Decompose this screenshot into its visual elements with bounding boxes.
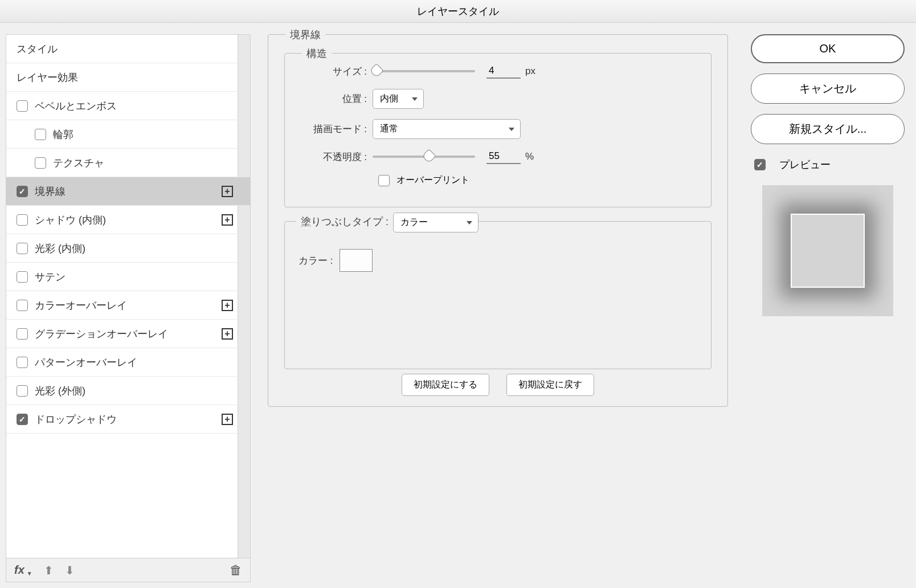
preview-thumbnail	[762, 185, 893, 316]
sidebar-item-stroke[interactable]: 境界線	[6, 177, 250, 206]
sidebar-item-label: パターンオーバーレイ	[35, 356, 137, 369]
sidebar-footer: fx ▼ ⬆ ⬇ 🗑	[6, 558, 251, 582]
new-style-button[interactable]: 新規スタイル...	[751, 114, 905, 144]
make-default-button[interactable]: 初期設定にする	[402, 374, 489, 396]
layer-style-dialog: レイヤースタイル スタイル レイヤー効果 ベベルとエンボス 輪郭 テクスチャ	[0, 0, 916, 588]
position-row: 位置 : 内側	[298, 89, 697, 109]
sidebar-item-label: 光彩 (外側)	[35, 384, 85, 398]
preview-label: プレビュー	[779, 158, 831, 172]
checkbox-icon[interactable]	[35, 129, 46, 140]
checkbox-icon[interactable]	[17, 100, 28, 112]
color-row: カラー :	[298, 249, 697, 272]
sidebar-item-label: テクスチャ	[53, 156, 104, 170]
sidebar-header-effects[interactable]: レイヤー効果	[6, 63, 250, 92]
ok-button[interactable]: OK	[751, 34, 905, 63]
size-label: サイズ :	[298, 65, 373, 78]
reset-default-button[interactable]: 初期設定に戻す	[506, 374, 594, 396]
structure-group: 構造 サイズ : px 位置 : 内側 描画モード : 通常	[284, 53, 711, 207]
add-effect-icon[interactable]	[222, 300, 233, 311]
settings-panel: 境界線 構造 サイズ : px 位置 : 内側 描画モード :	[251, 34, 745, 582]
overprint-label: オーバープリント	[396, 174, 469, 186]
opacity-label: 不透明度 :	[298, 150, 373, 164]
checkbox-icon[interactable]	[17, 385, 28, 397]
sidebar-item-outer-glow[interactable]: 光彩 (外側)	[6, 377, 250, 405]
sidebar-header-styles[interactable]: スタイル	[6, 35, 250, 63]
sidebar-item-pattern-overlay[interactable]: パターンオーバーレイ	[6, 348, 250, 377]
right-column: OK キャンセル 新規スタイル... プレビュー	[745, 34, 910, 582]
sidebar-item-label: シャドウ (内側)	[35, 213, 106, 227]
sidebar-item-gradient-overlay[interactable]: グラデーションオーバーレイ	[6, 320, 250, 348]
preview-swatch	[791, 214, 865, 288]
position-select[interactable]: 内側	[373, 89, 424, 109]
opacity-input[interactable]	[486, 149, 521, 164]
blend-mode-select[interactable]: 通常	[373, 119, 521, 139]
opacity-slider[interactable]	[373, 156, 475, 158]
fx-dropdown-icon[interactable]: ▼	[27, 570, 32, 577]
checkbox-icon[interactable]	[17, 414, 28, 425]
stroke-group-label: 境界線	[285, 28, 325, 42]
blend-label: 描画モード :	[298, 122, 373, 136]
add-effect-icon[interactable]	[222, 414, 233, 425]
sidebar-item-drop-shadow[interactable]: ドロップシャドウ	[6, 405, 250, 434]
checkbox-icon[interactable]	[17, 357, 28, 368]
sidebar-item-label: サテン	[35, 270, 66, 284]
sidebar-item-label: ドロップシャドウ	[35, 413, 117, 426]
add-effect-icon[interactable]	[222, 186, 233, 197]
checkbox-icon[interactable]	[17, 271, 28, 283]
fx-menu-icon[interactable]: fx	[14, 564, 24, 577]
color-swatch[interactable]	[340, 249, 373, 272]
effects-sidebar: スタイル レイヤー効果 ベベルとエンボス 輪郭 テクスチャ 境界線	[6, 34, 251, 558]
sidebar-item-inner-glow[interactable]: 光彩 (内側)	[6, 234, 250, 263]
sidebar-item-color-overlay[interactable]: カラーオーバーレイ	[6, 291, 250, 320]
overprint-checkbox[interactable]	[378, 175, 390, 186]
preview-checkbox[interactable]	[754, 159, 766, 170]
window-title: レイヤースタイル	[0, 0, 916, 23]
trash-icon[interactable]: 🗑	[230, 563, 242, 578]
move-down-icon[interactable]: ⬇	[65, 564, 75, 577]
sidebar-item-texture[interactable]: テクスチャ	[6, 149, 250, 177]
checkbox-icon[interactable]	[35, 157, 46, 169]
blend-row: 描画モード : 通常	[298, 119, 697, 139]
checkbox-icon[interactable]	[17, 214, 28, 226]
size-unit: px	[525, 66, 535, 77]
opacity-unit: %	[525, 151, 534, 162]
sidebar-item-label: 境界線	[35, 185, 66, 198]
sidebar-item-label: カラーオーバーレイ	[35, 299, 127, 312]
size-row: サイズ : px	[298, 64, 697, 79]
fill-type-select[interactable]: カラー	[393, 213, 479, 232]
fill-group: 塗りつぶしタイプ : カラー カラー :	[284, 221, 711, 369]
fill-type-label: 塗りつぶしタイプ :	[296, 215, 393, 228]
checkbox-icon[interactable]	[17, 186, 28, 197]
sidebar-item-label: 光彩 (内側)	[35, 242, 85, 255]
checkbox-icon[interactable]	[17, 300, 28, 311]
color-label: カラー :	[298, 254, 333, 267]
sidebar-item-satin[interactable]: サテン	[6, 263, 250, 291]
sidebar-item-contour[interactable]: 輪郭	[6, 120, 250, 149]
move-up-icon[interactable]: ⬆	[44, 564, 54, 577]
sidebar-item-bevel-emboss[interactable]: ベベルとエンボス	[6, 92, 250, 120]
opacity-row: 不透明度 : %	[298, 149, 697, 164]
slider-thumb-icon[interactable]	[422, 149, 436, 163]
sidebar-column: スタイル レイヤー効果 ベベルとエンボス 輪郭 テクスチャ 境界線	[6, 34, 251, 582]
checkbox-icon[interactable]	[17, 328, 28, 340]
add-effect-icon[interactable]	[222, 328, 233, 340]
sidebar-item-inner-shadow[interactable]: シャドウ (内側)	[6, 206, 250, 234]
structure-group-label: 構造	[302, 47, 332, 60]
sidebar-item-label: グラデーションオーバーレイ	[35, 327, 168, 341]
preview-row: プレビュー	[751, 158, 905, 172]
overprint-row: オーバープリント	[298, 174, 697, 186]
size-slider[interactable]	[373, 70, 475, 72]
sidebar-item-label: ベベルとエンボス	[35, 99, 117, 113]
add-effect-icon[interactable]	[222, 214, 233, 226]
sidebar-item-label: 輪郭	[53, 128, 73, 141]
size-input[interactable]	[486, 64, 521, 79]
position-label: 位置 :	[298, 92, 373, 105]
checkbox-icon[interactable]	[17, 243, 28, 254]
stroke-group: 境界線 構造 サイズ : px 位置 : 内側 描画モード :	[268, 34, 728, 407]
defaults-row: 初期設定にする 初期設定に戻す	[284, 374, 711, 396]
cancel-button[interactable]: キャンセル	[751, 74, 905, 104]
dialog-content: スタイル レイヤー効果 ベベルとエンボス 輪郭 テクスチャ 境界線	[0, 23, 916, 588]
